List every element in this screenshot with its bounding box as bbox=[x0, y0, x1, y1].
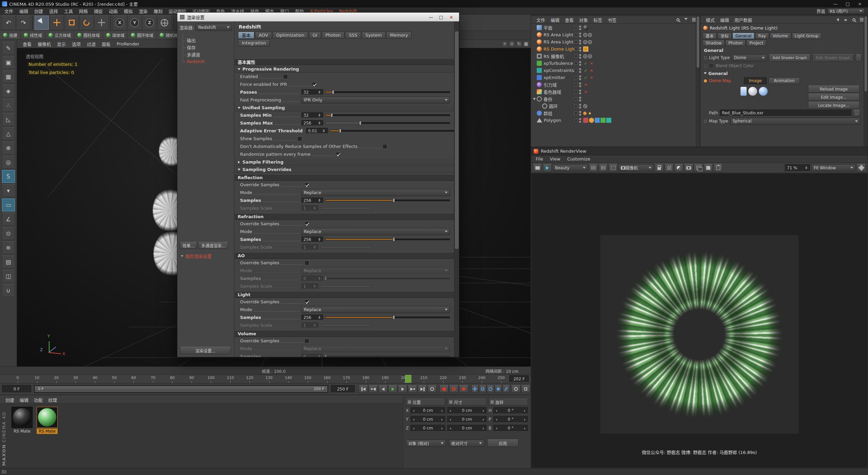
Override Samples-checkbox[interactable] bbox=[304, 183, 309, 187]
P-value-field[interactable]: 0 ° bbox=[493, 416, 528, 423]
Samples-value-field[interactable]: 0 bbox=[301, 276, 323, 281]
visibility-dots[interactable] bbox=[579, 82, 581, 87]
texture-mode-button[interactable]: ▦ bbox=[2, 70, 15, 83]
Samples-slider[interactable] bbox=[325, 239, 450, 240]
object-row[interactable]: 着色器域✕ bbox=[531, 88, 695, 95]
Passes-value-field[interactable]: 32 bbox=[301, 89, 323, 95]
object-row[interactable]: RS Dome Light bbox=[531, 45, 695, 53]
apply-button[interactable]: 应用 bbox=[487, 439, 518, 447]
visibility-dots[interactable] bbox=[579, 111, 581, 116]
cross-tag[interactable]: ✕ bbox=[583, 89, 588, 94]
fit-mode-select[interactable]: Fit Window bbox=[811, 164, 855, 171]
target-tag[interactable] bbox=[583, 54, 587, 58]
light-type-select[interactable]: Dome bbox=[732, 54, 767, 61]
menu-文件[interactable]: 文件 bbox=[1, 7, 16, 14]
Mode-select[interactable]: Replace bbox=[301, 189, 450, 196]
compare-snapshot-button[interactable] bbox=[694, 164, 703, 172]
object-row[interactable]: Polygon bbox=[531, 117, 695, 124]
loop-mode-button[interactable] bbox=[428, 385, 437, 393]
model-mode-button[interactable]: ▣ bbox=[2, 56, 15, 69]
next-key-button[interactable] bbox=[408, 385, 417, 393]
timeline-ruler[interactable]: 0102030405060708090100110120130140150160… bbox=[0, 375, 531, 383]
rs-tree-item-Redshift[interactable]: Redshift bbox=[181, 58, 234, 65]
current-frame-indicator[interactable]: 202 F bbox=[509, 375, 529, 382]
coordinate-system-button[interactable] bbox=[157, 16, 172, 30]
am-tab-Volume[interactable]: Volume bbox=[770, 33, 791, 39]
undo-button[interactable]: ↶ bbox=[1, 16, 16, 30]
object-row[interactable]: xpConstraints✓✕ bbox=[531, 67, 695, 74]
object-row[interactable]: 平面 bbox=[531, 24, 695, 31]
target-tag[interactable] bbox=[583, 40, 587, 44]
object-row[interactable]: 备份 bbox=[531, 95, 695, 102]
Override Samples-checkbox[interactable] bbox=[304, 339, 309, 343]
texture-orange-tag[interactable] bbox=[583, 46, 588, 52]
am-tab-坐标[interactable]: 坐标 bbox=[717, 33, 732, 39]
enable-toggle[interactable] bbox=[574, 76, 577, 79]
viewport-solo-button[interactable]: ◎ bbox=[2, 156, 15, 169]
key-pla-button[interactable] bbox=[502, 385, 510, 393]
dialog-titlebar[interactable]: 渲染设置 — □ × bbox=[177, 13, 459, 21]
renderer-select[interactable]: Redshift bbox=[196, 24, 232, 31]
group-Unified Sampling[interactable]: Unified Sampling bbox=[235, 104, 454, 111]
field-button-圆柱体域[interactable]: 圆柱体域 bbox=[74, 31, 103, 39]
Samples Scale-slider[interactable] bbox=[320, 246, 371, 248]
camera-select[interactable]: 摄像机 bbox=[618, 164, 654, 171]
Override Samples-checkbox[interactable] bbox=[304, 222, 309, 226]
edge-mode-button[interactable]: ◺ bbox=[2, 113, 15, 126]
am-menu-编辑[interactable]: 编辑 bbox=[717, 16, 732, 23]
enable-toggle[interactable] bbox=[574, 83, 577, 86]
dialog-minimize-button[interactable]: — bbox=[426, 15, 436, 20]
rs-tree-item-多通道[interactable]: 多通道 bbox=[181, 51, 234, 58]
viewport-menu-面板[interactable]: 面板 bbox=[99, 40, 114, 48]
size-value-field[interactable]: 0 cm bbox=[447, 425, 487, 432]
menu-捕捉[interactable]: 捕捉 bbox=[91, 7, 106, 14]
rs-tab-Photon[interactable]: Photon bbox=[322, 32, 344, 39]
beauty-select[interactable]: Beauty bbox=[553, 164, 588, 171]
tag-blue-tag[interactable] bbox=[595, 118, 600, 123]
particles-tag[interactable] bbox=[583, 112, 587, 115]
visibility-dots[interactable] bbox=[579, 75, 581, 80]
rs-tab-Optimization[interactable]: Optimization bbox=[273, 32, 308, 39]
enable-axis-mode-button[interactable]: ⊕ bbox=[2, 141, 15, 154]
rs-tree-item-输出[interactable]: 输出 bbox=[181, 37, 234, 44]
rs-tab-Memory[interactable]: Memory bbox=[386, 32, 412, 39]
zoom-field[interactable]: 71 % bbox=[785, 164, 810, 172]
Samples-value-field[interactable]: 256 bbox=[301, 197, 323, 203]
animation-dot[interactable] bbox=[704, 64, 707, 68]
render-settings-dialog[interactable]: 渲染设置 — □ × 渲染器: Redshift 输出保存多通道Redshift… bbox=[177, 12, 459, 357]
enable-toggle[interactable] bbox=[574, 33, 577, 36]
viewport-menu-选项[interactable]: 选项 bbox=[69, 40, 84, 48]
am-tab-Photon[interactable]: Photon bbox=[725, 40, 746, 46]
visibility-dots[interactable] bbox=[579, 33, 581, 37]
Adaptive Error Threshold-slider[interactable] bbox=[330, 130, 454, 132]
viewport-menu-查看[interactable]: 查看 bbox=[20, 40, 35, 48]
filter-icon[interactable] bbox=[683, 17, 689, 22]
Samples-value-field[interactable]: 0 bbox=[301, 354, 323, 357]
visibility-dots[interactable] bbox=[579, 90, 581, 94]
visibility-dots[interactable] bbox=[579, 54, 581, 59]
render-view-settings-button[interactable] bbox=[857, 164, 866, 172]
reload-image-button[interactable]: Reload Image bbox=[808, 86, 860, 93]
visibility-dots[interactable] bbox=[579, 25, 581, 30]
object-row[interactable]: 群组★ bbox=[531, 110, 695, 117]
scale-button[interactable] bbox=[64, 16, 79, 30]
materials-menu-编辑[interactable]: 编辑 bbox=[17, 396, 31, 403]
Samples Min-slider[interactable] bbox=[325, 114, 450, 116]
am-tab-General[interactable]: General bbox=[732, 33, 754, 39]
next-frame-button[interactable] bbox=[398, 385, 407, 393]
locate-image-button[interactable]: Locate Image... bbox=[808, 102, 860, 109]
object-row[interactable]: RS Area Light 1 bbox=[531, 31, 695, 38]
visibility-dots[interactable] bbox=[579, 61, 581, 66]
record-keyframes-button[interactable] bbox=[439, 385, 449, 393]
dialog-scrollbar[interactable] bbox=[454, 21, 459, 357]
disabled-tag[interactable] bbox=[583, 104, 587, 108]
Samples Scale-value-field[interactable]: 1 bbox=[301, 283, 318, 289]
Samples Scale-slider[interactable] bbox=[320, 324, 371, 326]
layout-select[interactable]: RS (用户) bbox=[827, 8, 865, 14]
back-icon[interactable] bbox=[834, 17, 841, 22]
playhead[interactable] bbox=[405, 375, 411, 383]
Force enabled for IPR-checkbox[interactable] bbox=[312, 82, 317, 87]
range-bar[interactable]: 0 F250 F bbox=[35, 386, 327, 392]
rs-tab-GI[interactable]: GI bbox=[309, 32, 321, 39]
quantize-button[interactable]: ∠ bbox=[2, 213, 15, 226]
